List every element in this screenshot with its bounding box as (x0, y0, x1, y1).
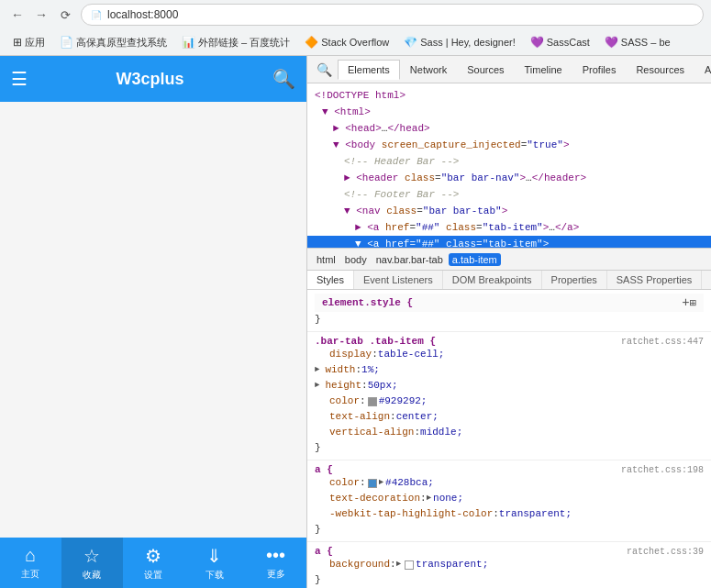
css-prop-verticalalign[interactable]: vertical-align: middle; (315, 425, 704, 440)
dl-tab-label: 下载 (206, 569, 224, 582)
bookmark-stackoverflow[interactable]: 🔶 Stack Overflow (299, 34, 394, 50)
bookmark-apps[interactable]: ⊞ 应用 (7, 34, 50, 51)
css-closing-brace-a39: } (315, 572, 704, 588)
devtools-search-icon[interactable]: 🔍 (311, 59, 338, 81)
mobile-tab-download[interactable]: ⇓ 下载 (183, 538, 245, 588)
css-block-element-style: element.style { + ⊞ } (307, 290, 711, 332)
tab-resources[interactable]: Resources (626, 60, 694, 80)
styles-tabs-bar: Styles Event Listeners DOM Breakpoints P… (307, 271, 711, 290)
back-button[interactable]: ← (7, 5, 28, 25)
page-icon: 📄 (91, 10, 102, 20)
css-selector-a39[interactable]: a { (315, 546, 333, 557)
sass-icon: 💎 (404, 36, 417, 49)
css-prop-display[interactable]: display: table-cell; (315, 347, 704, 362)
breadcrumb-body[interactable]: body (341, 253, 371, 266)
css-prop-a39-bg[interactable]: background: ► transparent; (315, 557, 704, 572)
bookmark-sasscast[interactable]: 💜 SassCast (525, 34, 595, 50)
tab-audits[interactable]: Audits (694, 60, 711, 80)
star-icon: ☆ (83, 545, 100, 567)
tree-doctype[interactable]: <!DOCTYPE html> (307, 87, 711, 104)
tree-header[interactable]: ► <header class="bar bar-nav">…</header> (307, 170, 711, 186)
bookmark-sass2[interactable]: 💜 SASS – be (599, 34, 676, 50)
bookmark-so-label: Stack Overflow (321, 37, 389, 48)
url-text: localhost:8000 (107, 8, 178, 21)
bookmark-sass-label: Sass | Hey, designer! (420, 37, 516, 48)
bookmark-baidu[interactable]: 📊 外部链接 – 百度统计 (176, 34, 295, 51)
refresh-button[interactable]: ⟳ (55, 5, 75, 25)
bookmark-baidu-label: 外部链接 – 百度统计 (198, 36, 290, 50)
css-source-bartab[interactable]: ratchet.css:447 (621, 337, 704, 347)
mobile-search-icon[interactable]: 🔍 (272, 68, 295, 90)
settings-tab-label: 设置 (144, 569, 162, 582)
css-selector-bartab[interactable]: .bar-tab .tab-item { (315, 336, 436, 347)
css-prop-color[interactable]: color: #929292; (315, 394, 704, 409)
css-prop-a-color[interactable]: color: ► #428bca; (315, 475, 704, 491)
tree-comment-footer[interactable]: <!-- Footer Bar --> (307, 186, 711, 203)
color-swatch-transparent[interactable] (405, 560, 414, 570)
bookmark-proto[interactable]: 📄 高保真原型查找系统 (54, 34, 172, 51)
breadcrumb-a[interactable]: a.tab-item (449, 253, 501, 266)
css-prop-width[interactable]: ►width: 1%; (315, 362, 704, 378)
css-selector-a198[interactable]: a { (315, 464, 333, 475)
css-selector-line-a198: a { ratchet.css:198 (315, 464, 704, 475)
bookmark-sass2-label: SASS – be (621, 37, 671, 48)
tab-profiles[interactable]: Profiles (572, 60, 627, 80)
styles-tab-dom[interactable]: DOM Breakpoints (443, 271, 542, 289)
styles-tab-event[interactable]: Event Listeners (354, 271, 443, 289)
color-swatch-929292[interactable] (368, 397, 377, 406)
fav-tab-label: 收藏 (83, 569, 101, 582)
css-prop-height[interactable]: ►height: 50px; (315, 378, 704, 394)
hamburger-icon[interactable]: ☰ (11, 68, 28, 90)
breadcrumb-nav[interactable]: nav.bar.bar-tab (372, 253, 447, 266)
add-rule-button[interactable]: + (682, 295, 689, 310)
tab-elements[interactable]: Elements (338, 60, 400, 80)
styles-tab-styles[interactable]: Styles (307, 271, 354, 289)
css-prop-textalign[interactable]: text-align: center; (315, 409, 704, 425)
forward-button[interactable]: → (31, 5, 51, 25)
so-icon: 🔶 (305, 36, 318, 49)
breadcrumb: html body nav.bar.bar-tab a.tab-item (307, 249, 711, 271)
css-selector-line-bartab: .bar-tab .tab-item { ratchet.css:447 (315, 336, 704, 347)
tree-html[interactable]: ▼ <html> (307, 104, 711, 120)
styles-tab-sass[interactable]: SASS Properties (607, 271, 703, 289)
mobile-footer: ⌂ 主页 ☆ 收藏 ⚙ 设置 ⇓ 下载 ••• 更多 (0, 538, 306, 588)
home-icon: ⌂ (25, 545, 36, 566)
styles-tab-props[interactable]: Properties (542, 271, 607, 289)
proto-icon: 📄 (60, 36, 73, 49)
css-selector-element[interactable]: element.style { (322, 297, 413, 308)
breadcrumb-html[interactable]: html (313, 253, 339, 266)
tree-comment-header[interactable]: <!-- Header Bar --> (307, 153, 711, 170)
tree-body[interactable]: ▼ <body screen_capture_injected="true"> (307, 137, 711, 153)
html-tree: <!DOCTYPE html> ▼ <html> ► <head>…</head… (307, 83, 711, 249)
bookmark-sasscast-label: SassCast (547, 37, 590, 48)
bookmark-proto-label: 高保真原型查找系统 (76, 36, 167, 50)
css-source-a39[interactable]: ratchet.css:39 (627, 547, 704, 557)
tree-nav[interactable]: ▼ <nav class="bar bar-tab"> (307, 203, 711, 219)
mobile-body (0, 102, 306, 538)
bookmark-sass[interactable]: 💎 Sass | Hey, designer! (398, 34, 521, 50)
devtools-panel: 🔍 Elements Network Sources Timeline Prof… (307, 56, 711, 588)
tree-head[interactable]: ► <head>…</head> (307, 120, 711, 137)
tree-a1[interactable]: ► <a href="##" class="tab-item">…</a> (307, 219, 711, 236)
mobile-tab-favorites[interactable]: ☆ 收藏 (61, 538, 123, 588)
tab-timeline[interactable]: Timeline (515, 60, 572, 80)
css-source-a198[interactable]: ratchet.css:198 (621, 465, 704, 475)
css-closing-brace-bartab: } (315, 440, 704, 456)
css-prop-a-textdeco[interactable]: text-decoration: ► none; (315, 491, 704, 506)
address-bar[interactable]: 📄 localhost:8000 (81, 4, 704, 26)
css-block-a39: a { ratchet.css:39 background: ► transpa… (307, 542, 711, 588)
more-icon: ••• (266, 545, 285, 566)
tab-network[interactable]: Network (400, 60, 457, 80)
color-swatch-428bca[interactable] (368, 479, 377, 488)
mobile-tab-home[interactable]: ⌂ 主页 (0, 538, 61, 588)
mobile-title: W3cplus (116, 70, 183, 89)
tab-sources[interactable]: Sources (457, 60, 514, 80)
add-style-icon[interactable]: ⊞ (690, 296, 696, 310)
mobile-tab-settings[interactable]: ⚙ 设置 (123, 538, 184, 588)
sass2-icon: 💜 (605, 36, 618, 49)
css-prop-a-webkit-tap[interactable]: -webkit-tap-highlight-color: transparent… (315, 506, 704, 522)
more-tab-label: 更多 (267, 568, 285, 581)
mobile-tab-more[interactable]: ••• 更多 (245, 538, 306, 588)
baidu-icon: 📊 (182, 36, 195, 49)
tree-a2-selected[interactable]: ▼ <a href="##" class="tab-item"> (307, 236, 711, 249)
